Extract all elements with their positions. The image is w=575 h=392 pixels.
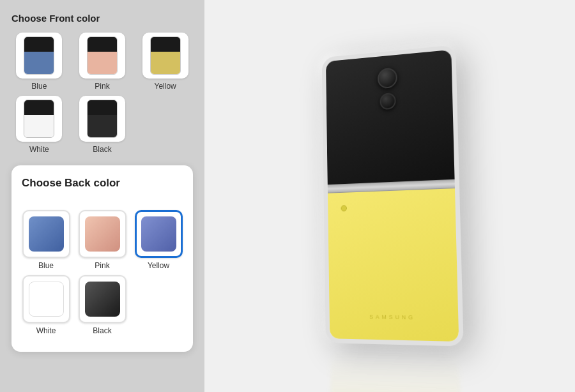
back-black-label: Black	[93, 326, 111, 335]
front-white-label: White	[29, 145, 49, 154]
front-color-white[interactable]: White	[12, 96, 67, 154]
back-blue-label: Blue	[38, 261, 54, 270]
camera-lens-1	[378, 67, 397, 89]
front-color-grid: Blue Pink	[12, 33, 193, 154]
back-camera-dot	[341, 205, 347, 211]
front-blue-label: Blue	[31, 82, 47, 91]
back-color-white[interactable]: White	[22, 275, 70, 335]
back-blue-swatch	[22, 210, 70, 258]
right-panel: SAMSUNG	[204, 0, 575, 392]
back-color-black[interactable]: Black	[78, 275, 126, 335]
back-white-swatch	[22, 275, 70, 323]
back-color-pink[interactable]: Pink	[78, 210, 126, 270]
back-color-yellow[interactable]: Yellow	[134, 210, 183, 270]
back-yellow-label: Yellow	[148, 261, 169, 270]
phone-visualization: SAMSUNG	[275, 24, 505, 368]
back-pink-swatch	[79, 210, 126, 258]
back-yellow-swatch	[135, 210, 183, 258]
back-color-grid: Blue Pink Yellow White	[22, 210, 183, 335]
camera-module	[378, 67, 398, 110]
front-color-blue[interactable]: Blue	[12, 33, 67, 91]
front-pink-label: Pink	[95, 82, 109, 91]
samsung-brand-text: SAMSUNG	[369, 313, 415, 320]
back-section-title: Choose Back color	[22, 177, 183, 190]
phone-3d-wrapper: SAMSUNG	[322, 45, 464, 346]
front-pink-swatch	[79, 33, 125, 79]
back-color-panel: Choose Back color Blue Pink	[12, 165, 193, 352]
phone-reflection	[330, 352, 463, 392]
front-blue-swatch	[16, 33, 62, 79]
front-color-pink[interactable]: Pink	[75, 33, 130, 91]
front-white-swatch	[16, 96, 62, 142]
front-section-title: Choose Front color	[12, 13, 193, 24]
front-black-label: Black	[93, 145, 111, 154]
camera-lens-2	[379, 93, 395, 110]
left-panel: Choose Front color Blue	[0, 0, 204, 392]
front-yellow-swatch	[142, 33, 188, 79]
phone-body: SAMSUNG	[322, 45, 464, 346]
front-color-section: Choose Front color Blue	[12, 13, 193, 165]
back-black-swatch	[79, 275, 126, 323]
back-color-blue[interactable]: Blue	[22, 210, 70, 270]
front-color-black[interactable]: Black	[75, 96, 130, 154]
phone-top-half	[326, 50, 455, 185]
phone-bottom-half: SAMSUNG	[328, 188, 459, 342]
front-yellow-label: Yellow	[155, 82, 176, 91]
back-white-label: White	[36, 326, 56, 335]
back-pink-label: Pink	[95, 261, 109, 270]
front-color-yellow[interactable]: Yellow	[137, 33, 193, 91]
front-black-swatch	[79, 96, 125, 142]
